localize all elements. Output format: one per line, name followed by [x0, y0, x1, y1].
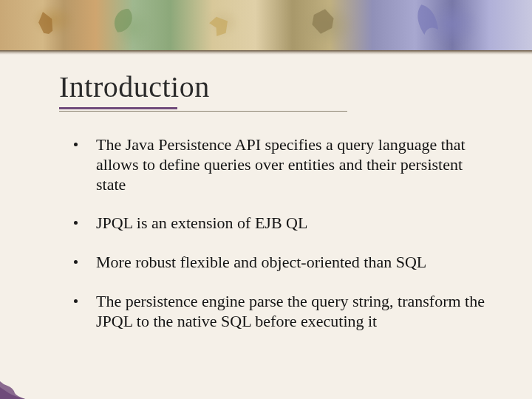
- bullet-text: The persistence engine parse the query s…: [96, 292, 485, 330]
- list-item: The Java Persistence API specifies a que…: [74, 135, 488, 194]
- bullet-icon: [74, 143, 78, 146]
- corner-decoration: [0, 374, 25, 399]
- bullet-icon: [74, 260, 78, 264]
- bullet-text: More robust flexible and object-oriented…: [96, 253, 426, 271]
- decorative-banner: [0, 0, 532, 50]
- leaf-icon: [204, 10, 235, 41]
- bullet-list: The Java Persistence API specifies a que…: [59, 135, 488, 332]
- leaf-icon: [403, 0, 449, 41]
- leaf-icon: [102, 0, 146, 41]
- bullet-text: JPQL is an extension of EJB QL: [96, 214, 307, 232]
- bullet-text: The Java Persistence API specifies a que…: [96, 135, 466, 194]
- list-item: The persistence engine parse the query s…: [74, 292, 488, 332]
- leaf-icon: [305, 4, 340, 38]
- slide-title: Introduction: [59, 69, 488, 104]
- bullet-icon: [74, 299, 78, 303]
- list-item: JPQL is an extension of EJB QL: [74, 214, 488, 233]
- list-item: More robust flexible and object-oriented…: [74, 253, 488, 273]
- slide-content: Introduction The Java Persistence API sp…: [0, 55, 532, 332]
- bullet-icon: [74, 221, 78, 225]
- title-underline: [59, 106, 488, 116]
- leaf-icon: [29, 6, 63, 40]
